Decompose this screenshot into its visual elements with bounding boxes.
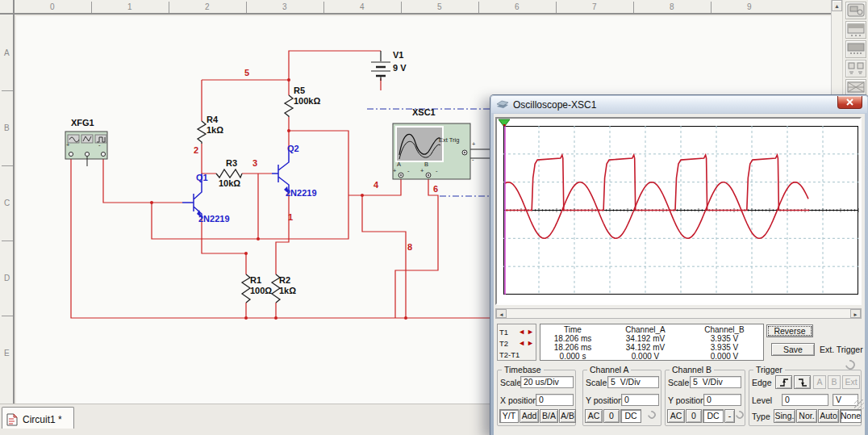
scroll-right-icon[interactable]: ► [850, 309, 861, 318]
ruler-column-label: 3 [282, 2, 287, 11]
battery-symbol[interactable] [371, 51, 390, 81]
ruler-divider [478, 2, 479, 15]
channel-a-coupling-0[interactable]: 0 [603, 409, 620, 423]
scroll-up-icon[interactable]: ▲ [832, 0, 842, 11]
cursor-t1-label: T1 [499, 328, 508, 337]
trigger-type-none[interactable]: None [840, 409, 862, 423]
trigger-falling-edge-button[interactable] [794, 375, 811, 389]
readout-header: Time [540, 325, 605, 334]
schematic-label: 4 [373, 180, 378, 190]
trigger-type-sing[interactable]: Sing. [774, 409, 795, 423]
channel-b-jack-icon [734, 409, 745, 420]
trigger-level-input[interactable]: 0 [782, 394, 828, 406]
schematic-label: 9 V [393, 63, 407, 73]
timebase-scale-input[interactable]: 20 us/Div [520, 376, 574, 388]
channel-b-ypos-input[interactable]: 0 [703, 394, 741, 406]
toolbar-multimeter-icon[interactable] [845, 2, 866, 19]
cursor-t2t1-label: T2-T1 [499, 350, 520, 359]
toolbar-function-generator-icon[interactable] [845, 21, 866, 39]
readout-value: 0.000 s [540, 352, 605, 361]
sheet-ruler-corner [0, 0, 15, 15]
channel-a-scale-input[interactable]: 5 V/Div [607, 376, 659, 388]
timebase-mode-add[interactable]: Add [520, 409, 539, 423]
scroll-left-icon[interactable]: ◄ [496, 309, 507, 318]
schematic-label: B [424, 161, 428, 168]
ruler-row-label: E [4, 349, 10, 358]
schematic-label: R1 [250, 275, 261, 285]
close-button[interactable] [837, 96, 862, 109]
multisim-main-window: 0123456789 ABCDE [0, 0, 868, 435]
ruler-divider [2, 165, 15, 166]
falling-edge-icon [797, 376, 808, 388]
ruler-column-label: 0 [50, 2, 55, 11]
ruler-column-label: 8 [670, 2, 674, 11]
t1-right-arrow[interactable]: ► [527, 328, 534, 336]
channel-b-legend: Channel B [670, 365, 714, 374]
scope-display-scrollbar[interactable]: ◄ ► [495, 308, 862, 319]
channel-b-coupling-dc[interactable]: DC [703, 409, 724, 423]
trigger-edge-label: Edge [752, 378, 772, 387]
timebase-mode-yt[interactable]: Y/T [499, 409, 519, 423]
t2-right-arrow[interactable]: ► [527, 339, 534, 347]
oscilloscope-symbol[interactable] [393, 123, 470, 179]
toolbar-oscilloscope-icon[interactable] [845, 60, 866, 77]
ruler-column-label: 5 [437, 2, 442, 11]
channel-b-group: Channel B Scale 5 V/Div Y position 0 AC0… [665, 370, 745, 426]
schematic-label: 3 [252, 158, 257, 168]
resize-grip[interactable] [854, 399, 864, 409]
ruler-divider [246, 2, 247, 15]
toolbar-wattmeter-icon[interactable] [845, 40, 866, 58]
channel-a-coupling-ac[interactable]: AC [585, 409, 603, 423]
ext-trigger-label: Ext. Trigger [820, 345, 863, 354]
t1-left-arrow[interactable]: ◄ [518, 328, 525, 336]
schematic-label: 6 [433, 184, 438, 194]
channel-b-coupling-0[interactable]: 0 [686, 409, 702, 423]
schematic-label: + [420, 168, 424, 174]
ruler-divider [2, 316, 15, 316]
function-generator-symbol[interactable] [65, 132, 107, 166]
ruler-divider [323, 2, 324, 15]
schematic-label: 8 [407, 242, 412, 252]
schematic-label: - [98, 142, 101, 148]
channel-b-scale-input[interactable]: 5 V/Div [690, 376, 741, 388]
channel-b-coupling-[interactable]: - [724, 409, 735, 423]
oscilloscope-titlebar[interactable]: Oscilloscope-XSC1 [491, 96, 867, 113]
trigger-group: Trigger Edge ABExt Level 0 V Type Sing.N… [749, 370, 862, 426]
schematic-label: 2N2219 [286, 188, 317, 198]
toolbar-bode-plotter-icon[interactable] [845, 79, 866, 97]
channel-a-coupling-dc[interactable]: DC [620, 409, 641, 423]
schematic-label: 10kΩ [219, 178, 240, 188]
ruler-column-label: 2 [205, 2, 210, 11]
ruler-divider [711, 2, 712, 15]
timebase-mode-ba[interactable]: B/A [540, 409, 558, 423]
channel-b-coupling-ac[interactable]: AC [667, 409, 685, 423]
schematic-label: + [472, 141, 475, 148]
schematic-label: R3 [226, 158, 237, 168]
channel-a-jack-icon [646, 409, 657, 420]
window-title: Oscilloscope-XSC1 [513, 99, 596, 111]
trigger-type-auto[interactable]: Auto [818, 409, 839, 423]
schematic-label: XSC1 [412, 107, 436, 117]
readout-header: Channel_A [605, 325, 686, 334]
transistor-q2[interactable] [272, 149, 289, 194]
reverse-button[interactable]: Reverse [766, 324, 813, 337]
trigger-type-nor[interactable]: Nor. [796, 409, 817, 423]
schematic-label: 2N2219 [198, 214, 230, 224]
cursor-control-box: T1 ◄ ► T2 ◄ ► T2-T1 [497, 324, 536, 361]
ruler-column-label: 7 [592, 2, 597, 11]
tab-circuit1[interactable]: Circuit1 * [2, 407, 74, 429]
measurement-readout: TimeChannel_AChannel_B18.206 ms34.192 mV… [540, 324, 764, 361]
channel-a-group: Channel A Scale 5 V/Div Y position 0 AC0… [582, 370, 661, 426]
save-button[interactable]: Save [771, 343, 815, 356]
channel-a-ypos-input[interactable]: 0 [621, 394, 659, 406]
schematic-label: - [407, 168, 410, 174]
schematic-label: R5 [294, 86, 305, 95]
ruler-divider [169, 2, 169, 15]
schematic-label: R4 [207, 115, 218, 124]
readout-value: 0.000 V [605, 352, 686, 361]
channel-b-scale-label: Scale [668, 378, 689, 387]
timebase-mode-ab[interactable]: A/B [559, 409, 576, 423]
timebase-xpos-input[interactable]: 0 [536, 394, 574, 406]
trigger-rising-edge-button[interactable] [775, 375, 792, 389]
t2-left-arrow[interactable]: ◄ [518, 339, 525, 347]
